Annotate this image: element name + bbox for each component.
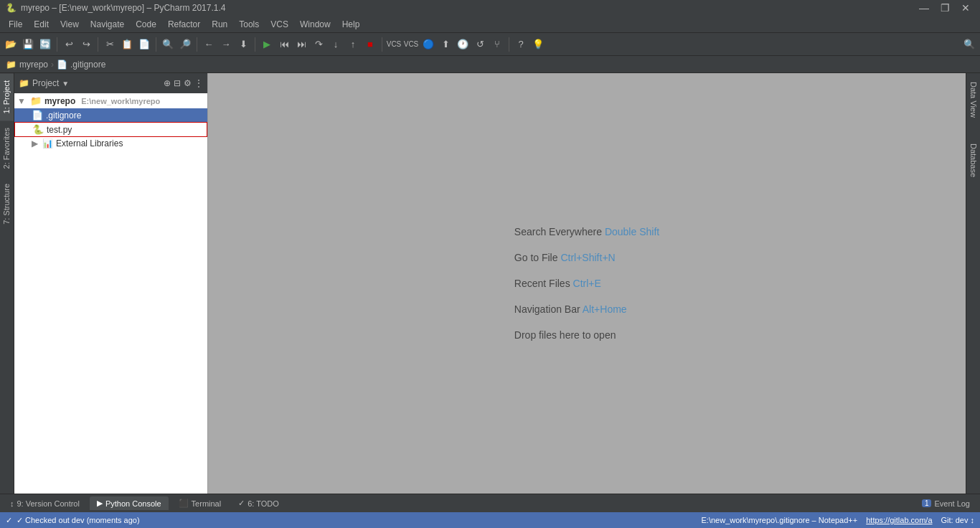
sep4 — [197, 37, 197, 52]
eventlog-label: Event Log — [934, 499, 970, 508]
todo-label: 6: TODO — [248, 499, 279, 508]
right-tab-dataview[interactable]: Data View — [967, 76, 980, 123]
toolbar-cut[interactable]: ✂ — [102, 37, 118, 52]
hint-navbar-text: Navigation Bar — [514, 303, 583, 315]
bottom-tab-eventlog[interactable]: 1 Event Log — [915, 497, 977, 510]
toolbar-sync[interactable]: 🔄 — [37, 37, 53, 52]
menu-item-edit[interactable]: Edit — [28, 18, 55, 31]
minimize-button[interactable]: — — [915, 2, 933, 14]
toolbar-find[interactable]: 🔍 — [160, 37, 176, 52]
tree-root-myrepo[interactable]: ▼ 📁 myrepo E:\new_work\myrepo — [14, 93, 207, 108]
maximize-button[interactable]: ❐ — [936, 2, 954, 14]
sep3 — [156, 37, 156, 52]
toolbar-redo[interactable]: ↪ — [78, 37, 94, 52]
toolbar-open[interactable]: 📂 — [3, 37, 19, 52]
todo-icon: ✓ — [238, 499, 245, 508]
status-git[interactable]: Git: dev ↕ — [941, 516, 974, 524]
terminal-label: Terminal — [192, 499, 222, 508]
project-chevron[interactable]: ▼ — [62, 80, 69, 88]
eventlog-badge: 1 — [922, 499, 932, 507]
toolbar-undo[interactable]: ↩ — [61, 37, 77, 52]
right-tab-database[interactable]: Database — [967, 138, 980, 183]
menu-item-run[interactable]: Run — [206, 18, 233, 31]
project-settings-btn[interactable]: ⚙ — [184, 78, 192, 88]
toolbar-run[interactable]: ▶ — [259, 37, 275, 52]
menu-bar: FileEditViewNavigateCodeRefactorRunTools… — [0, 16, 980, 33]
hint-goto-shortcut: Ctrl+Shift+N — [560, 252, 615, 263]
tree-item-extlibs[interactable]: ▶ 📊 External Libraries — [14, 137, 207, 150]
breadcrumb-icon: 📁 — [6, 60, 17, 70]
menu-item-view[interactable]: View — [55, 18, 85, 31]
toolbar-vcs-update[interactable]: 🔵 — [420, 37, 436, 52]
terminal-icon: ⬛ — [179, 499, 189, 508]
toolbar-paste[interactable]: 📄 — [136, 37, 152, 52]
menu-item-refactor[interactable]: Refactor — [162, 18, 206, 31]
hint-goto: Go to File Ctrl+Shift+N — [514, 252, 659, 263]
tree-item-testpy[interactable]: 🐍 test.py — [14, 122, 207, 137]
menu-item-code[interactable]: Code — [130, 18, 162, 31]
toolbar-forward[interactable]: → — [218, 37, 234, 52]
toolbar-help[interactable]: ? — [513, 37, 529, 52]
bottom-tab-todo[interactable]: ✓ 6: TODO — [231, 496, 286, 510]
toolbar-search-everywhere[interactable]: 🔍 — [961, 37, 977, 52]
toolbar-revert[interactable]: ↺ — [472, 37, 488, 52]
extlibs-arrow: ▶ — [32, 138, 38, 148]
menu-item-vcs[interactable]: VCS — [265, 18, 294, 31]
breadcrumb: 📁 myrepo › 📄 .gitignore — [0, 56, 980, 73]
pyconsole-icon: ▶ — [97, 499, 103, 508]
toolbar-skip-to-end[interactable]: ⏭ — [293, 37, 309, 52]
sep5 — [255, 37, 255, 52]
project-header: 📁 Project ▼ ⊕ ⊟ ⚙ ⋮ — [14, 73, 207, 93]
menu-item-file[interactable]: File — [3, 18, 28, 31]
project-label: Project — [32, 78, 59, 88]
sidebar-tab-project[interactable]: 1: Project — [0, 73, 14, 121]
breadcrumb-repo[interactable]: myrepo — [19, 60, 48, 70]
project-gear-btn[interactable]: ⋮ — [194, 78, 203, 88]
tree-item-gitignore[interactable]: 📄 .gitignore — [14, 108, 207, 122]
toolbar-step-into[interactable]: ↓ — [328, 37, 344, 52]
menu-item-tools[interactable]: Tools — [233, 18, 265, 31]
toolbar-step-over[interactable]: ↷ — [311, 37, 326, 52]
bottom-tab-versioncontrol[interactable]: ↕ 9: Version Control — [3, 497, 87, 510]
toolbar-tips[interactable]: 💡 — [530, 37, 546, 52]
hint-search-shortcut: Double Shift — [605, 226, 659, 237]
status-bar: ✓ ✓ Checked out dev (moments ago) E:\new… — [0, 512, 980, 528]
hint-search-text: Search Everywhere — [514, 226, 605, 237]
status-url[interactable]: https://gitlab.com/a — [866, 516, 932, 524]
project-panel: 📁 Project ▼ ⊕ ⊟ ⚙ ⋮ ▼ 📁 myrepo E:\new_w — [14, 73, 208, 494]
toolbar-vcs2[interactable]: VCS — [403, 37, 419, 52]
toolbar-vcs-push[interactable]: ⬆ — [438, 37, 453, 52]
menu-item-window[interactable]: Window — [294, 18, 336, 31]
hint-drop-text: Drop files here to open — [514, 329, 616, 341]
toolbar-dropdown[interactable]: ⬇ — [235, 37, 251, 52]
project-collapse-btn[interactable]: ⊟ — [174, 78, 181, 88]
close-button[interactable]: ✕ — [957, 2, 974, 14]
toolbar-replace[interactable]: 🔎 — [177, 37, 193, 52]
title-controls: — ❐ ✕ — [915, 2, 974, 14]
sidebar-tab-structure[interactable]: 7: Structure — [0, 176, 14, 232]
toolbar-stop[interactable]: ■ — [362, 37, 378, 52]
bottom-tabs: ↕ 9: Version Control ▶ Python Console ⬛ … — [0, 494, 980, 512]
toolbar-save[interactable]: 💾 — [20, 37, 36, 52]
bottom-tab-pythonconsole[interactable]: ▶ Python Console — [90, 496, 169, 510]
status-filepath: E:\new_work\myrepo\.gitignore – Notepad+… — [702, 516, 858, 524]
bottom-tab-terminal[interactable]: ⬛ Terminal — [171, 496, 229, 510]
breadcrumb-file[interactable]: .gitignore — [70, 60, 105, 70]
left-sidebar-tabs: 1: Project 2: Favorites 7: Structure — [0, 73, 14, 494]
menu-item-help[interactable]: Help — [336, 18, 366, 31]
project-title[interactable]: 📁 Project ▼ — [19, 78, 69, 88]
toolbar-git[interactable]: ⑂ — [489, 37, 505, 52]
toolbar-back[interactable]: ← — [201, 37, 217, 52]
hint-navbar-shortcut: Alt+Home — [583, 303, 627, 315]
project-sync-btn[interactable]: ⊕ — [164, 78, 171, 88]
toolbar-skip-to-start[interactable]: ⏮ — [276, 37, 292, 52]
toolbar-step-out[interactable]: ↑ — [345, 37, 361, 52]
toolbar-copy[interactable]: 📋 — [119, 37, 135, 52]
hint-drop: Drop files here to open — [514, 329, 659, 341]
toolbar-vcs-history[interactable]: 🕐 — [455, 37, 471, 52]
toolbar-vcs1[interactable]: VCS — [386, 37, 402, 52]
project-header-controls: ⊕ ⊟ ⚙ ⋮ — [164, 78, 203, 88]
menu-item-navigate[interactable]: Navigate — [85, 18, 130, 31]
editor-hints: Search Everywhere Double Shift Go to Fil… — [514, 226, 659, 341]
sidebar-tab-favorites[interactable]: 2: Favorites — [0, 121, 14, 176]
